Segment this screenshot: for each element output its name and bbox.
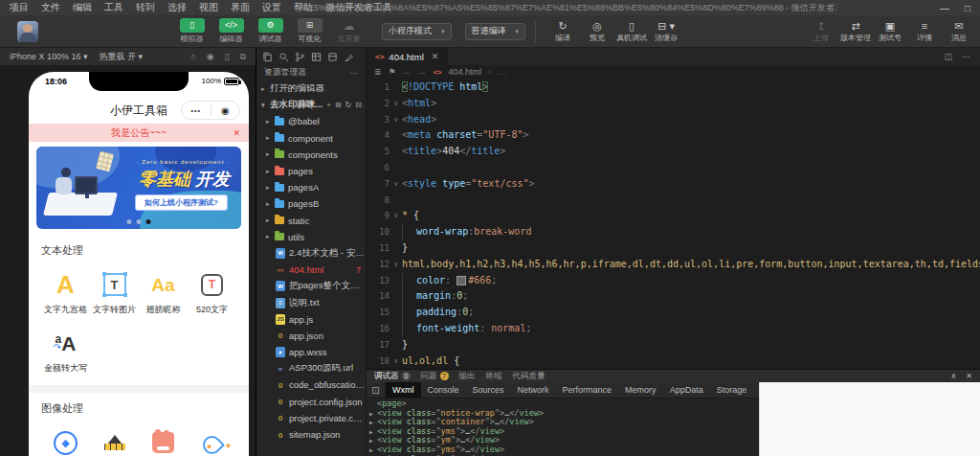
menu-item-5[interactable]: 转到 (136, 1, 155, 14)
panel-tab-终端[interactable]: 终端 (486, 371, 502, 382)
search-icon[interactable] (278, 52, 289, 62)
tree-file[interactable]: {}code_obfuscation_conf... (256, 376, 366, 393)
project-root[interactable]: ▾ 去水印薛咪... +⊞↻⊟ (256, 97, 366, 113)
tree-file[interactable]: {}project.config.json (256, 394, 366, 410)
breadcrumb-more[interactable]: … (498, 67, 506, 77)
new-folder-icon[interactable]: ⊞ (335, 101, 342, 109)
float-window-icon[interactable]: ⧉ (240, 52, 246, 62)
test-account-button[interactable]: ▣测试号 (873, 20, 907, 43)
preview-button[interactable]: ◎预览 (580, 20, 614, 43)
simulator-button[interactable]: ▯模拟器 (172, 18, 212, 44)
tool-wallpaper[interactable]: ◆精选壁纸 (41, 428, 90, 456)
avatar[interactable] (17, 21, 38, 42)
inspect-element-icon[interactable]: ⊡ (367, 382, 386, 398)
tree-file[interactable]: {}app.json (256, 328, 366, 344)
tree-folder[interactable]: ▸static (256, 213, 366, 229)
bookmark-icon[interactable]: ⚑ (389, 67, 396, 77)
tool-big-a[interactable]: A文字九宫格 (41, 270, 90, 316)
open-editors-section[interactable]: ▸ 打开的编辑器 (256, 80, 366, 97)
devtools-tab-appdata[interactable]: AppData (663, 382, 710, 398)
tree-folder[interactable]: ▸utils (256, 229, 366, 245)
panel-tab-代码质量[interactable]: 代码质量 (513, 371, 546, 382)
panel-tab-问题[interactable]: 问题7 (421, 371, 449, 382)
source-control-icon[interactable] (295, 52, 305, 62)
forward-icon[interactable]: → (418, 67, 427, 77)
tool-grid-cut[interactable]: 九宫格切图 (90, 428, 139, 456)
tree-file[interactable]: {}sitemap.json (256, 426, 366, 443)
mode-select[interactable]: 小程序模式 ▾ (382, 23, 452, 40)
devtools-tab-network[interactable]: Network (511, 382, 556, 398)
new-file-icon[interactable]: + (326, 101, 331, 109)
more-icon[interactable]: ⋯ (962, 52, 970, 61)
more-icon[interactable]: ⋯ (349, 68, 358, 78)
menu-item-2[interactable]: 文件 (41, 1, 60, 14)
minimize-icon[interactable]: — (940, 3, 949, 13)
paint-icon[interactable] (344, 52, 354, 62)
more-icon[interactable]: ••• (182, 107, 211, 114)
files-icon[interactable] (262, 52, 273, 62)
tree-file[interactable]: JSapp.js (256, 311, 366, 328)
code-editor[interactable]: 1<!DOCTYPE html>2∨<html>3∨<head>4<meta c… (367, 79, 980, 369)
fold-icon[interactable]: ∨ (390, 112, 402, 128)
tree-folder[interactable]: ▸components (256, 147, 366, 163)
panel-tab-调试器[interactable]: 调试器3 (374, 371, 411, 382)
tree-file[interactable]: W把pages整个文件夹导... (256, 278, 366, 294)
capsule-menu[interactable]: ••• ◉ (181, 101, 240, 120)
tree-file[interactable]: <>404.html7 (256, 262, 366, 278)
menu-item-7[interactable]: 视图 (199, 1, 218, 14)
tree-file[interactable]: #app.wxss (256, 344, 366, 360)
devtools-tab-sources[interactable]: Sources (466, 382, 511, 398)
breadcrumb-file[interactable]: 404.html (448, 67, 481, 77)
device-select[interactable]: iPhone X 100% 16 ▾ (10, 52, 88, 61)
split-editor-icon[interactable]: ◫ (944, 52, 952, 61)
fold-icon[interactable]: ∨ (390, 96, 402, 112)
collapse-icon[interactable]: ∧ (950, 372, 956, 380)
version-manage-button[interactable]: ⇄版本管理 (838, 20, 873, 43)
tool-stitch[interactable]: 截图拼接 (139, 428, 188, 456)
devtools-tab-storage[interactable]: Storage (710, 382, 754, 398)
details-button[interactable]: ≡详情 (907, 20, 942, 43)
rotate-icon[interactable]: ○ (190, 52, 195, 62)
tool-a-to-a[interactable]: ↷aA金额转大写 (41, 329, 90, 375)
messages-button[interactable]: ✉消息 (942, 20, 976, 43)
record-icon[interactable]: ◉ (207, 52, 214, 62)
fold-icon[interactable]: ∨ (390, 353, 402, 369)
tree-folder[interactable]: ▸component (256, 130, 366, 147)
tree-folder[interactable]: ▸pagesA (256, 179, 366, 195)
tool-aa[interactable]: Aa翅膀昵称 (139, 270, 188, 316)
cloud-dev-button[interactable]: ☁云开发 (329, 18, 368, 44)
tree-folder[interactable]: ▸@babel (256, 113, 366, 129)
tree-file[interactable]: ∞ASP300源码.url (256, 360, 366, 376)
tool-t-box[interactable]: T文字转图片 (90, 270, 139, 316)
devtools-tab-performance[interactable]: Performance (556, 382, 619, 398)
tree-folder[interactable]: ▸pagesB (256, 195, 366, 212)
menu-item-4[interactable]: 工具 (104, 1, 123, 14)
collapse-all-icon[interactable]: ⊟ (355, 101, 362, 109)
tree-file[interactable]: ≡说明.txt (256, 294, 366, 310)
tree-file[interactable]: {}project.private.config.js... (256, 410, 366, 426)
tool-watermark[interactable]: 图片加水印 (188, 428, 236, 456)
device-frame-icon[interactable]: ▯ (225, 52, 230, 62)
menu-item-9[interactable]: 设置 (262, 1, 281, 14)
restore-icon[interactable]: □ (965, 3, 970, 13)
hot-reload-toggle[interactable]: 热重载 开 ▾ (100, 51, 144, 63)
panel-tab-输出[interactable]: 输出 (459, 371, 476, 382)
refresh-icon[interactable]: ↻ (345, 101, 352, 109)
fold-icon[interactable]: ∨ (390, 208, 402, 224)
tool-t-round[interactable]: T520文字 (188, 270, 236, 316)
clear-cache-button[interactable]: ⊟ ▾清缓存 (649, 20, 683, 43)
visualization-button[interactable]: ⊞可视化 (290, 18, 329, 44)
editor-button[interactable]: </>编辑器 (212, 18, 251, 44)
close-icon[interactable]: ✕ (233, 128, 240, 138)
compile-mode-select[interactable]: 普通编译 ▾ (465, 23, 526, 40)
banner-carousel[interactable]: · Zero basic development · 零基础 开发 如何上线小程… (36, 147, 241, 229)
menu-item-8[interactable]: 界面 (231, 1, 250, 14)
device-debug-button[interactable]: ▯真机调试 (614, 20, 649, 43)
tree-file[interactable]: W2.4技术文档 - 安全过滤... (256, 245, 366, 262)
devtools-tab-console[interactable]: Console (421, 382, 466, 398)
exit-icon[interactable]: ◉ (212, 105, 240, 116)
tree-folder[interactable]: ▸pages (256, 163, 366, 179)
menu-item-6[interactable]: 选择 (167, 1, 187, 14)
extension-icon[interactable] (327, 52, 338, 62)
compile-button[interactable]: ↻编译 (546, 20, 580, 43)
